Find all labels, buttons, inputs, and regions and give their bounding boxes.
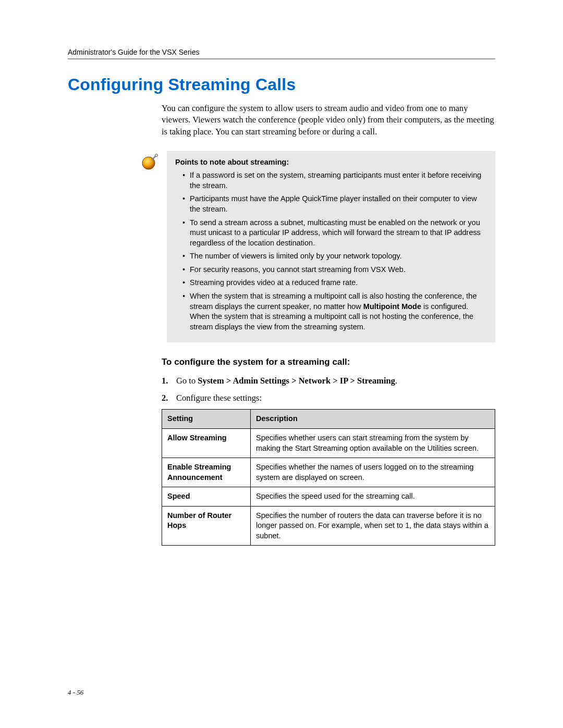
note-item: The number of viewers is limited only by… xyxy=(182,251,487,262)
note-item: For security reasons, you cannot start s… xyxy=(182,265,487,275)
col-setting: Setting xyxy=(162,410,251,429)
step-text: . xyxy=(395,376,397,386)
table-row: Allow Streaming Specifies whether users … xyxy=(162,428,495,458)
step-1: Go to System > Admin Settings > Network … xyxy=(162,375,495,387)
note-callout: Points to note about streaming: If a pas… xyxy=(141,151,495,342)
table-row: Speed Specifies the speed used for the s… xyxy=(162,487,495,507)
pushpin-icon xyxy=(141,153,158,173)
settings-table: Setting Description Allow Streaming Spec… xyxy=(162,409,495,546)
table-header-row: Setting Description xyxy=(162,410,495,429)
setting-name: Allow Streaming xyxy=(162,428,251,458)
note-list: If a password is set on the system, stre… xyxy=(175,170,487,332)
note-item: When the system that is streaming a mult… xyxy=(182,291,487,332)
page: Administrator's Guide for the VSX Series… xyxy=(0,0,563,577)
step-2: Configure these settings: xyxy=(162,392,495,404)
note-item: To send a stream across a subnet, multic… xyxy=(182,218,487,249)
setting-desc: Specifies whether users can start stream… xyxy=(251,428,495,458)
col-description: Description xyxy=(251,410,495,429)
setting-name: Enable Streaming Announcement xyxy=(162,458,251,487)
procedure-heading: To configure the system for a streaming … xyxy=(162,357,495,367)
step-nav-path: System > Admin Settings > Network > IP >… xyxy=(198,376,395,386)
step-text: Go to xyxy=(176,376,198,386)
note-item: Participants must have the Apple QuickTi… xyxy=(182,194,487,214)
setting-desc: Specifies the number of routers the data… xyxy=(251,506,495,546)
procedure-steps: Go to System > Admin Settings > Network … xyxy=(162,375,495,404)
note-box: Points to note about streaming: If a pas… xyxy=(167,151,495,342)
note-title: Points to note about streaming: xyxy=(175,157,487,168)
intro-paragraph: You can configure the system to allow us… xyxy=(162,103,495,138)
setting-name: Number of Router Hops xyxy=(162,506,251,546)
note-item: Streaming provides video at a reduced fr… xyxy=(182,278,487,288)
svg-point-1 xyxy=(155,154,158,156)
running-head: Administrator's Guide for the VSX Series xyxy=(68,48,495,56)
page-number: 4 - 56 xyxy=(68,688,83,697)
table-row: Number of Router Hops Specifies the numb… xyxy=(162,506,495,546)
table-row: Enable Streaming Announcement Specifies … xyxy=(162,458,495,487)
setting-desc: Specifies whether the names of users log… xyxy=(251,458,495,487)
note-item-bold: Multipoint Mode xyxy=(363,302,421,311)
note-item: If a password is set on the system, stre… xyxy=(182,170,487,191)
header-rule xyxy=(68,58,495,59)
setting-desc: Specifies the speed used for the streami… xyxy=(251,487,495,507)
setting-name: Speed xyxy=(162,487,251,507)
page-title: Configuring Streaming Calls xyxy=(68,75,495,94)
